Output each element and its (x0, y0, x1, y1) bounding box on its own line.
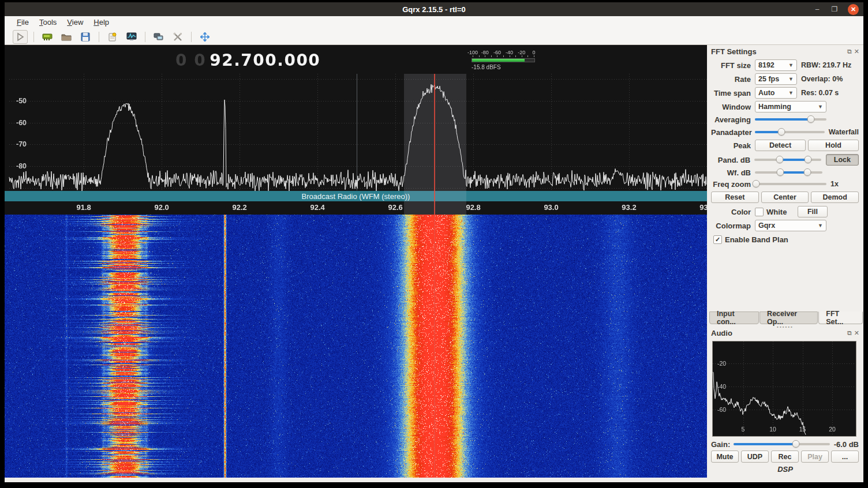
toolbar-separator (145, 32, 145, 42)
slider-handle[interactable] (753, 180, 760, 187)
meter-tick (515, 55, 516, 57)
menubar: FileToolsViewHelp (5, 16, 863, 29)
slider-handle[interactable] (776, 156, 784, 163)
close-icon[interactable]: ✕ (854, 48, 859, 55)
db-axis-label: -60 (16, 119, 27, 127)
freq-zoom-label: Freq zoom (711, 180, 755, 189)
minimize-icon[interactable]: – (813, 5, 821, 13)
panadapter-label: Panadapter (711, 128, 755, 137)
gain-slider[interactable] (734, 440, 829, 448)
fill-button[interactable]: Fill (798, 206, 828, 217)
freq-zoom-value: 1x (830, 180, 839, 188)
audio-title: Audio (711, 329, 847, 337)
tab-receiverop[interactable]: Receiver Op... (760, 311, 818, 324)
menu-view[interactable]: View (62, 16, 88, 29)
meter-tick-label: -40 (506, 50, 513, 55)
float-icon[interactable]: ⧉ (847, 329, 852, 337)
pan-tool-icon[interactable] (197, 30, 212, 44)
slider-handle[interactable] (777, 128, 785, 136)
db-axis-label: -50 (16, 97, 27, 105)
play-button[interactable]: Play (801, 451, 829, 463)
mute-button[interactable]: Mute (711, 451, 739, 463)
window-select[interactable]: Hamming▼ (755, 101, 826, 112)
more-button[interactable]: ... (831, 451, 859, 463)
time-span-label: Time span (711, 89, 755, 97)
dsp-tools-icon[interactable] (170, 30, 185, 44)
center-button[interactable]: Center (761, 192, 809, 203)
chevron-down-icon: ▼ (818, 104, 823, 110)
db-axis-label: -80 (16, 162, 27, 170)
fft-size-select[interactable]: 8192▼ (755, 59, 797, 71)
fft-settings-header: FFT Settings ⧉✕ (711, 46, 859, 57)
open-file-icon[interactable] (59, 30, 74, 44)
start-dsp-icon[interactable] (13, 30, 28, 44)
demod-button[interactable]: Demod (811, 192, 859, 203)
waterfall-db-range-slider[interactable] (755, 168, 822, 177)
freq-zoom-slider[interactable] (755, 180, 826, 188)
filter-passband[interactable] (404, 74, 466, 215)
peak-detect-button[interactable]: Detect (755, 140, 806, 151)
meter-tick-label: -60 (493, 50, 501, 55)
spectrum-waterfall-canvas[interactable] (5, 45, 707, 478)
slider-handle[interactable] (807, 115, 814, 123)
tab-fftset[interactable]: FFT Set... (818, 311, 863, 324)
frequency-display[interactable]: 0 092.700.000 (175, 51, 320, 70)
panadapter-split-slider[interactable] (755, 128, 825, 136)
window-bottom-edge (5, 478, 863, 482)
meter-tick-label: -20 (518, 50, 525, 55)
panadapter-waterfall[interactable]: 0 092.700.000 -15.8 dBFS -100-80-60-40-2… (5, 45, 707, 478)
tab-inputcon[interactable]: Input con... (709, 311, 759, 324)
rbw-value: RBW: 219.7 Hz (801, 61, 851, 69)
bookmarks-icon[interactable] (105, 30, 120, 44)
lock-button[interactable]: Lock (826, 154, 859, 166)
reset-button[interactable]: Reset (711, 192, 759, 203)
maximize-icon[interactable]: ❐ (830, 5, 839, 13)
rate-select[interactable]: 25 fps▼ (755, 73, 797, 85)
time-span-select[interactable]: Auto▼ (755, 87, 797, 99)
audio-y-label: -40 (717, 383, 726, 390)
res-value: Res: 0.07 s (801, 89, 839, 97)
slider-handle[interactable] (777, 168, 784, 176)
dock-tabbar: Input con...Receiver Op...FFT Set... (709, 311, 863, 324)
titlebar[interactable]: Gqrx 2.15.5 - rtl=0 – ❐ ✕ (5, 2, 863, 16)
gain-value: -6.0 dB (834, 440, 859, 449)
fft-display-icon[interactable] (124, 30, 139, 44)
menu-help[interactable]: Help (88, 16, 114, 29)
white-checkbox[interactable] (755, 208, 764, 216)
udp-button[interactable]: UDP (741, 451, 769, 463)
color-label: Color (711, 208, 755, 216)
pandapter-db-range-slider[interactable] (754, 156, 821, 164)
meter-tick (473, 55, 473, 57)
audio-buttons: MuteUDPRecPlay... (711, 451, 859, 463)
remote-control-icon[interactable] (151, 30, 166, 44)
freq-axis-label: 92.2 (232, 203, 246, 212)
pand-db-label: Pand. dB (711, 156, 754, 164)
audio-x-label: 15 (799, 426, 806, 433)
save-file-icon[interactable] (78, 30, 93, 44)
meter-tick (491, 55, 492, 57)
rec-button[interactable]: Rec (771, 451, 799, 463)
colormap-label: Colormap (711, 222, 755, 230)
chevron-down-icon: ▼ (818, 223, 823, 228)
window-title: Gqrx 2.15.5 - rtl=0 (402, 5, 465, 14)
capture-device-icon[interactable] (40, 30, 55, 44)
menu-file[interactable]: File (12, 16, 34, 29)
close-icon[interactable]: ✕ (854, 329, 859, 337)
meter-tick-label: 0 (532, 50, 535, 55)
slider-handle[interactable] (804, 168, 811, 176)
enable-band-plan-label: Enable Band Plan (725, 235, 788, 244)
signal-strength-meter: -15.8 dBFS -100-80-60-40-200 (470, 50, 540, 69)
float-icon[interactable]: ⧉ (847, 48, 852, 55)
slider-handle[interactable] (804, 156, 811, 163)
meter-tick (503, 55, 504, 57)
menu-tools[interactable]: Tools (34, 16, 62, 29)
colormap-select[interactable]: Gqrx▼ (755, 220, 826, 231)
audio-header: Audio ⧉✕ (711, 328, 859, 338)
averaging-slider[interactable] (755, 115, 826, 123)
rate-label: Rate (711, 75, 755, 84)
close-icon[interactable]: ✕ (848, 4, 859, 15)
slider-handle[interactable] (792, 440, 800, 448)
enable-band-plan-checkbox[interactable]: ✓ (713, 235, 722, 244)
audio-y-label: -60 (717, 406, 726, 413)
peak-hold-button[interactable]: Hold (808, 140, 859, 151)
